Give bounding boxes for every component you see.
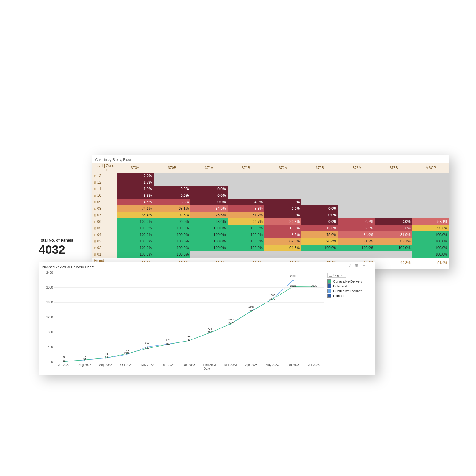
data-label: 105	[103, 356, 108, 359]
heatmap-row: 03100.0%100.0%100.0%100.0%69.6%96.4%81.3…	[92, 238, 449, 245]
heatmap-level[interactable]: 09	[92, 199, 117, 205]
data-label: 3	[63, 360, 65, 363]
x-tick: Nov 2022	[137, 363, 158, 367]
heatmap-cell: 2.7%	[117, 192, 154, 199]
heatmap-cell: 14.5%	[117, 199, 154, 205]
x-tick: Jan 2023	[178, 363, 199, 367]
heatmap-cell: 8.3%	[154, 199, 190, 205]
more-icon[interactable]: ⋯	[361, 264, 365, 268]
heatmap-level[interactable]: 02	[92, 245, 117, 251]
heatmap-cell: 100.0%	[117, 225, 154, 231]
y-axis: 04008001200160020002400	[43, 273, 53, 362]
y-tick: 0	[51, 360, 53, 364]
heatmap-cell: 100.0%	[412, 251, 449, 258]
data-label: 1017	[228, 322, 234, 325]
heatmap-cell	[190, 179, 227, 186]
heatmap-cell	[228, 173, 264, 179]
heatmap-level[interactable]: 12	[92, 179, 117, 186]
x-tick: Sep 2022	[95, 363, 116, 367]
data-label: 1022	[228, 318, 234, 321]
data-label: 776	[207, 327, 212, 330]
heatmap-cell	[338, 199, 375, 205]
heatmap-cell: 0.0%	[264, 212, 301, 218]
data-label: 1679	[269, 297, 275, 300]
heatmap-col[interactable]: 371A	[190, 163, 227, 173]
data-label: 1360	[248, 309, 254, 312]
heatmap-cell: 6.3%	[375, 225, 412, 231]
heatmap-row: 102.7%0.0%0.0%	[92, 192, 449, 199]
heatmap-panel: Cast % by Block, Floor Level | Zone↑370A…	[92, 155, 449, 269]
y-tick: 800	[48, 331, 53, 334]
heatmap-cell: 0.0%	[190, 186, 227, 192]
heatmap-cell: 100.0%	[154, 245, 190, 251]
heatmap-row: 06100.0%99.0%98.6%96.7%29.3%0.0%6.7%0.0%…	[92, 218, 449, 225]
heatmap-cell	[301, 186, 338, 192]
heatmap-cell: 100.0%	[117, 238, 154, 245]
heatmap-cell	[264, 186, 301, 192]
heatmap-cell	[301, 173, 338, 179]
heatmap-level[interactable]: 10	[92, 192, 117, 199]
heatmap-cell	[375, 205, 412, 212]
kpi-value: 4032	[39, 243, 86, 256]
heatmap-level[interactable]: 07	[92, 212, 117, 218]
heatmap-cell: 100.0%	[190, 225, 227, 231]
heatmap-row: 0786.4%92.5%76.6%61.7%0.0%0.0%	[92, 212, 449, 218]
fullscreen-icon[interactable]: ⛶	[368, 264, 372, 268]
kpi-label: Total No. of Panels	[39, 238, 86, 242]
gridline	[54, 317, 324, 317]
heatmap-cell	[228, 192, 264, 199]
heatmap-cell: 100.0%	[117, 218, 154, 225]
heatmap-cell: 100.0%	[154, 251, 190, 258]
heatmap-cell: 10.2%	[264, 225, 301, 231]
kpi-total-panels: Total No. of Panels 4032	[39, 238, 86, 256]
heatmap-cell: 100.0%	[117, 245, 154, 251]
legend-item-delivered[interactable]: Delivered	[327, 284, 369, 288]
legend-item-cumulative-planned[interactable]: Cumulative Planned	[327, 289, 369, 293]
heatmap-cell: 0.0%	[117, 173, 154, 179]
heatmap-col[interactable]: 372B	[301, 163, 338, 173]
grid-icon[interactable]: ▦	[355, 264, 358, 268]
heatmap-cell: 100.0%	[190, 245, 227, 251]
heatmap-row: 111.3%0.0%0.0%	[92, 186, 449, 192]
heatmap-col[interactable]: 371B	[228, 163, 264, 173]
heatmap-level[interactable]: 08	[92, 205, 117, 212]
x-tick: Feb 2023	[199, 363, 220, 367]
heatmap-cell: 8.3%	[228, 205, 264, 212]
heatmap-cell	[375, 173, 412, 179]
heatmap-title: Cast % by Block, Floor	[95, 158, 446, 162]
heatmap-col[interactable]: 372A	[264, 163, 301, 173]
gridline	[54, 347, 324, 347]
expand-icon[interactable]: ⤢	[348, 264, 351, 268]
data-label: 1367	[248, 305, 254, 308]
heatmap-level[interactable]: 11	[92, 186, 117, 192]
heatmap-col[interactable]: 373B	[375, 163, 412, 173]
heatmap-cell: 100.0%	[117, 231, 154, 238]
heatmap-cell	[375, 179, 412, 186]
legend-item-cumulative-delivery[interactable]: Cumulative Delivery	[327, 279, 369, 284]
heatmap-col[interactable]: 373A	[338, 163, 375, 173]
heatmap-col[interactable]: 370B	[154, 163, 190, 173]
heatmap-level[interactable]: 13	[92, 173, 117, 179]
heatmap-col[interactable]: MSCP	[412, 163, 449, 173]
heatmap-cell	[412, 192, 449, 199]
heatmap-cell: 12.3%	[301, 225, 338, 231]
heatmap-cell: 75.0%	[301, 231, 338, 238]
data-label: 2022	[290, 284, 296, 287]
heatmap-cell: 83.7%	[375, 238, 412, 245]
heatmap-row-header[interactable]: Level | Zone↑	[92, 163, 117, 173]
heatmap-level[interactable]: 05	[92, 225, 117, 231]
x-tick: Dec 2022	[158, 363, 178, 367]
heatmap-level[interactable]: 04	[92, 231, 117, 238]
heatmap-cell	[412, 199, 449, 205]
heatmap-level[interactable]: 01	[92, 251, 117, 258]
legend-item-planned[interactable]: Planned	[327, 294, 369, 298]
heatmap-col[interactable]: 370A	[117, 163, 154, 173]
heatmap-cell: 0.0%	[190, 199, 227, 205]
legend-header[interactable]: Legend	[327, 273, 346, 278]
heatmap-cell	[338, 251, 375, 258]
heatmap-cell: 76.6%	[190, 212, 227, 218]
data-label: 568	[187, 335, 191, 338]
heatmap-level[interactable]: 06	[92, 218, 117, 225]
heatmap-level[interactable]: 03	[92, 238, 117, 245]
summary-cell: 40.3%	[375, 258, 412, 268]
